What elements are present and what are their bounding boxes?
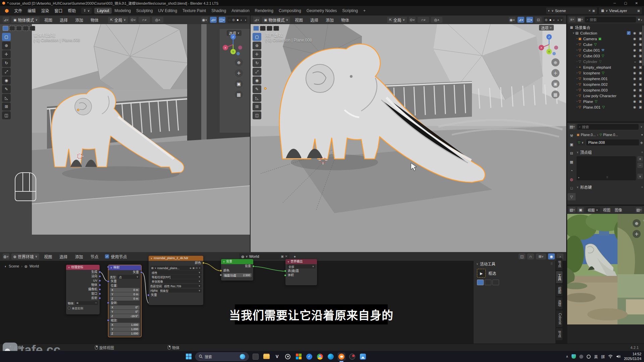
maximize-button[interactable]: ▢ xyxy=(620,1,631,5)
outliner-row-cube-001[interactable]: › ▽ Cube.001 ⚒ ◉▣ xyxy=(569,47,643,53)
rotation-x-field[interactable]: X0° xyxy=(110,305,140,309)
copy-icon[interactable]: ▣ xyxy=(193,267,195,269)
tool-measure[interactable]: ◺ xyxy=(2,94,11,102)
blender-menu-icon[interactable]: ⬢ xyxy=(2,8,11,13)
image-datablock-field[interactable]: ▧∨ rosendal_plains... ◈ ▣ ⊟ ✕ xyxy=(150,266,202,270)
unlink-icon[interactable]: ✕ xyxy=(199,267,201,269)
workspace-extra-dropdown[interactable]: ⇧∨ xyxy=(81,8,92,14)
source-dropdown[interactable]: 单张图像∨ xyxy=(150,279,202,283)
render-camera-icon[interactable]: ▣ xyxy=(639,54,642,58)
taskbar-obs[interactable] xyxy=(348,353,356,361)
vertex-group-add-button[interactable]: + xyxy=(637,156,643,162)
collapse-icon[interactable]: ∨ xyxy=(223,259,225,264)
workspace-tab-shading[interactable]: Shading xyxy=(209,8,229,14)
tool-select-box[interactable]: ▢ xyxy=(253,33,261,41)
hide-eye-icon[interactable]: ◉ xyxy=(633,94,636,98)
scene-selector[interactable]: ◐∨ Scene ✕ ▣ xyxy=(546,7,597,14)
outliner-row-camera[interactable]: › ▣ Camera ▣ ◉▣ xyxy=(569,36,643,42)
workspace-tab-geometry-nodes[interactable]: Geometry Nodes xyxy=(304,8,340,14)
render-camera-icon[interactable]: ▣ xyxy=(639,65,642,69)
socket-rotation-input[interactable] xyxy=(107,302,109,304)
select-mode-subtract[interactable] xyxy=(492,280,499,285)
minimize-button[interactable]: ─ xyxy=(609,1,620,5)
select-menu[interactable]: 选择 xyxy=(57,17,70,23)
pan-hand-icon[interactable]: ✛ xyxy=(633,230,641,238)
tray-ime-lang[interactable]: 英 xyxy=(594,354,598,359)
render-camera-icon[interactable]: ▣ xyxy=(639,105,642,109)
outliner-row-empty-elephant[interactable]: › + Empty_elephant ◉▣ xyxy=(569,64,643,70)
show-gizmo-toggle[interactable]: ⊿∨ xyxy=(518,17,524,23)
taskbar-app-contacts[interactable] xyxy=(284,353,292,361)
collapse-icon[interactable]: ∨ xyxy=(151,256,152,261)
workspace-tab-modeling[interactable]: Modeling xyxy=(112,8,133,14)
hide-eye-icon[interactable]: ◉ xyxy=(633,88,636,92)
tool-rotate[interactable]: ↻ xyxy=(253,59,261,67)
scale-x-field[interactable]: X1.000 xyxy=(110,323,140,327)
hide-eye-icon[interactable]: ◉ xyxy=(633,82,636,86)
outliner-row-cube-003[interactable]: › ▽ Cube.003 ▽ ◉▣ xyxy=(569,53,643,59)
workspace-tab-rendering[interactable]: Rendering xyxy=(252,8,276,14)
shading-rendered-icon[interactable]: ◑ xyxy=(557,18,559,22)
tool-cursor[interactable]: ⊕ xyxy=(2,42,11,50)
menu-render[interactable]: 渲染 xyxy=(38,8,52,13)
render-camera-icon[interactable]: ▣ xyxy=(639,31,642,35)
view-menu[interactable]: 视图 xyxy=(292,17,306,23)
shading-solid-icon[interactable]: ⊕ xyxy=(232,18,235,22)
tool-add-cube[interactable]: ⊞ xyxy=(253,103,261,111)
taskbar-blender-active[interactable] xyxy=(337,353,345,361)
menu-window[interactable]: 窗口 xyxy=(52,8,65,13)
hide-eye-icon[interactable]: ◉ xyxy=(633,37,636,41)
collection-checkbox[interactable]: ✓ xyxy=(627,31,631,35)
node-texture-coordinate[interactable]: ∨纹理坐标 生成 法向 UV 物体 摄像机 窗口 反射 物体: ▣✑ 来自实例 xyxy=(66,265,100,314)
socket-object-output[interactable] xyxy=(99,284,101,286)
tool-transform[interactable]: ◉ xyxy=(253,76,261,84)
snap-toggle[interactable]: ∩∨ xyxy=(418,17,429,23)
viewport-camera[interactable]: ⊿∨ ▣物体模式∨ 视图 选择 添加 物体 ⇱全局∨ ⊙∨ ∩∨ ◎ ∧ ◉∨ … xyxy=(0,15,250,252)
tool-move[interactable]: ✛ xyxy=(2,50,11,58)
editor-type-dropdown[interactable]: ⊿∨ xyxy=(253,17,260,23)
transform-orientation-dropdown[interactable]: ⇱全局∨ xyxy=(387,17,407,23)
tool-measure[interactable]: ◺ xyxy=(253,94,261,102)
mesh-name-field[interactable]: Plane.008 xyxy=(586,139,639,145)
socket-background-output[interactable] xyxy=(252,265,255,267)
socket-surface-input[interactable] xyxy=(284,270,286,272)
tray-cloud-icon[interactable] xyxy=(579,355,583,359)
socket-uv-output[interactable] xyxy=(99,280,101,282)
fake-user-shield-icon[interactable]: ◈ xyxy=(640,140,643,145)
taskbar-app-dark[interactable] xyxy=(252,353,260,361)
workspace-tab-sculpting[interactable]: Sculpting xyxy=(133,8,155,14)
mode-dropdown[interactable]: ▣物体模式∨ xyxy=(262,17,290,23)
tab-view-layer[interactable]: ▦ xyxy=(568,158,576,166)
tool-cursor[interactable]: ⊕ xyxy=(253,42,261,50)
proportional-edit-toggle[interactable]: ◎ ∧ xyxy=(152,17,163,23)
scene-pin-icon[interactable]: ✕ xyxy=(588,9,591,12)
taskbar-photos[interactable] xyxy=(359,353,367,361)
select-mode-subtract[interactable] xyxy=(267,26,272,31)
socket-reflection-output[interactable] xyxy=(99,297,101,299)
shading-material-icon[interactable]: ◐ xyxy=(553,18,555,22)
tray-ime-mode[interactable]: 拼 xyxy=(601,354,605,359)
location-z-field[interactable]: Z0 m xyxy=(110,297,140,301)
section-menu-icon[interactable]: ≡ xyxy=(641,185,643,189)
navigation-gizmo[interactable]: Z X Y xyxy=(537,33,561,56)
select-mode-invert[interactable] xyxy=(23,26,29,31)
from-instance-checkbox[interactable]: 来自实例 xyxy=(66,305,100,310)
outliner-row-cube[interactable]: › ▽ Cube ▽ ◉▣ xyxy=(569,42,643,47)
rotation-z-field[interactable]: Z-19.5° xyxy=(110,314,140,318)
scale-z-field[interactable]: Z1.000 xyxy=(110,331,140,336)
socket-window-output[interactable] xyxy=(99,293,101,295)
projection-dropdown[interactable]: 等距柱状[ERP]∨ xyxy=(150,275,202,279)
node-background[interactable]: ∨背景 背景 颜色 强度/力度2.500 xyxy=(221,259,253,281)
tab-view[interactable]: 视图 xyxy=(556,284,562,296)
tool-extrude[interactable]: ◫ xyxy=(2,111,11,119)
tool-extrude[interactable]: ◫ xyxy=(253,111,261,119)
object-menu[interactable]: 物体 xyxy=(88,17,101,23)
hide-eye-icon[interactable]: ◉ xyxy=(633,43,636,46)
options-dropdown[interactable]: 选项∨ xyxy=(539,25,554,31)
properties-search-input[interactable]: ⌕ 搜索 xyxy=(577,124,639,130)
hide-eye-closed-icon[interactable]: ⌣ xyxy=(634,60,636,64)
outliner-row-icosphere-003[interactable]: › ▽ Icosphere.003 ◉▣ xyxy=(569,87,643,93)
socket-color-output[interactable] xyxy=(202,262,205,264)
node-world-output[interactable]: ∨世界输出 全部∨ 表(曲)面 体积 xyxy=(285,259,317,285)
tool-annotate[interactable]: ✎ xyxy=(253,85,261,93)
